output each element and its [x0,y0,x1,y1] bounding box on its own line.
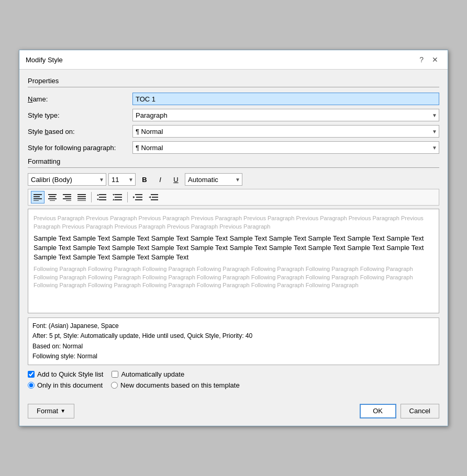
style-following-select[interactable]: ¶ Normal TOC 1 [132,141,439,154]
svg-rect-17 [99,197,106,198]
description-line1: Font: (Asian) Japanese, Space [32,321,435,331]
svg-rect-11 [66,200,71,201]
svg-rect-10 [63,198,71,199]
indent-decrease-button[interactable] [146,191,161,203]
svg-rect-18 [99,199,106,200]
line-spacing-down-button[interactable] [94,191,109,203]
indent-increase-icon [133,193,142,201]
style-based-on-row: Style based on: ¶ Normal Default Paragra… [28,125,439,138]
auto-update-label: Automatically update [121,370,184,378]
svg-marker-33 [149,196,151,198]
preview-area: Previous Paragraph Previous Paragraph Pr… [28,209,439,313]
svg-rect-3 [34,200,39,201]
only-in-document-option: Only in this document [28,381,103,389]
footer-left: Format ▼ [28,404,74,418]
title-bar: Modify Style ? ✕ [19,50,448,70]
svg-rect-27 [136,197,142,198]
font-size-select[interactable]: 11 8910 121416 [108,173,136,186]
svg-rect-23 [115,199,122,200]
font-name-select[interactable]: Calibri (Body) Arial Times New Roman [28,173,106,186]
color-select-wrapper: Automatic Black Blue Red ▼ [185,173,242,186]
auto-update-checkbox[interactable] [112,371,118,378]
svg-rect-28 [135,199,142,200]
name-row: Name: [28,93,439,105]
indent-decrease-icon [149,193,158,201]
style-based-on-select[interactable]: ¶ Normal Default Paragraph Font [132,125,439,138]
svg-rect-13 [77,196,86,197]
svg-rect-22 [115,197,122,198]
align-center-icon [48,194,57,201]
svg-marker-29 [133,196,135,198]
format-dropdown-icon: ▼ [60,408,65,414]
align-justify-button[interactable] [75,191,88,203]
indent-increase-button[interactable] [130,191,145,203]
font-size-wrapper: 11 8910 121416 ▼ [108,173,136,186]
footer-right: OK Cancel [360,404,439,418]
formatting-section: Formatting Calibri (Body) Arial Times Ne… [28,157,439,365]
properties-section-label: Properties [28,77,439,85]
new-documents-radio[interactable] [111,382,118,389]
style-based-on-select-wrapper: ¶ Normal Default Paragraph Font ▼ [132,125,439,138]
toolbar-sep2 [127,192,128,202]
preview-following-text: Following Paragraph Following Paragraph … [34,265,433,289]
svg-marker-19 [97,194,99,196]
format-button[interactable]: Format ▼ [28,404,74,418]
new-documents-label: New documents based on this template [120,381,240,389]
add-to-quick-style-label: Add to Quick Style list [37,370,103,378]
formatting-section-label: Formatting [28,157,439,165]
line-spacing-up-button[interactable] [110,191,125,203]
svg-rect-26 [135,194,142,195]
title-bar-buttons: ? ✕ [416,54,441,65]
description-line4: Following style: Normal [32,352,435,361]
options-row1: Add to Quick Style list Automatically up… [28,370,439,378]
bold-button[interactable]: B [138,173,151,186]
svg-rect-21 [115,194,122,195]
dialog-footer: Format ▼ OK Cancel [19,400,448,426]
only-in-document-radio[interactable] [28,382,35,389]
style-type-select[interactable]: Paragraph Character Linked [132,109,439,121]
close-button[interactable]: ✕ [429,54,441,65]
dialog-body: Properties Name: Style type: Paragraph C… [19,70,448,400]
properties-divider [28,87,439,87]
svg-rect-15 [77,200,86,201]
auto-update-option: Automatically update [112,370,184,378]
new-documents-option: New documents based on this template [111,381,240,389]
style-type-select-wrapper: Paragraph Character Linked ▼ [132,109,439,121]
svg-marker-20 [97,199,99,200]
preview-sample-text: Sample Text Sample Text Sample Text Samp… [34,234,433,263]
svg-rect-5 [49,196,55,197]
style-based-on-label: Style based on: [28,128,132,135]
help-button[interactable]: ? [416,54,427,65]
align-right-icon [63,194,71,201]
svg-rect-1 [34,196,40,197]
style-following-select-wrapper: ¶ Normal TOC 1 ▼ [132,141,439,154]
dialog-title: Modify Style [26,56,63,64]
svg-rect-8 [63,194,71,195]
ok-button[interactable]: OK [360,404,396,418]
italic-button[interactable]: I [153,173,167,186]
name-label: Name: [28,95,132,103]
only-in-document-label: Only in this document [37,381,103,389]
add-to-quick-style-checkbox[interactable] [28,371,35,378]
align-left-button[interactable] [31,191,45,203]
add-to-quick-style-option: Add to Quick Style list [28,370,103,378]
style-type-row: Style type: Paragraph Character Linked ▼ [28,109,439,121]
svg-rect-6 [48,198,57,199]
svg-rect-9 [65,196,71,197]
svg-rect-16 [99,194,106,195]
svg-rect-32 [151,199,158,200]
cancel-button[interactable]: Cancel [401,404,439,418]
name-input[interactable] [132,93,439,105]
align-right-button[interactable] [60,191,74,203]
align-left-icon [34,194,42,201]
underline-button[interactable]: U [169,173,183,186]
description-line3: Based on: Normal [32,342,435,352]
svg-rect-14 [77,198,86,199]
description-line2: After: 5 pt, Style: Automatically update… [32,331,435,341]
svg-rect-4 [48,194,57,195]
svg-marker-25 [113,199,115,200]
color-select[interactable]: Automatic Black Blue Red [185,173,242,186]
svg-rect-12 [77,194,86,195]
line-spacing-up-icon [113,193,122,201]
align-center-button[interactable] [46,191,59,203]
